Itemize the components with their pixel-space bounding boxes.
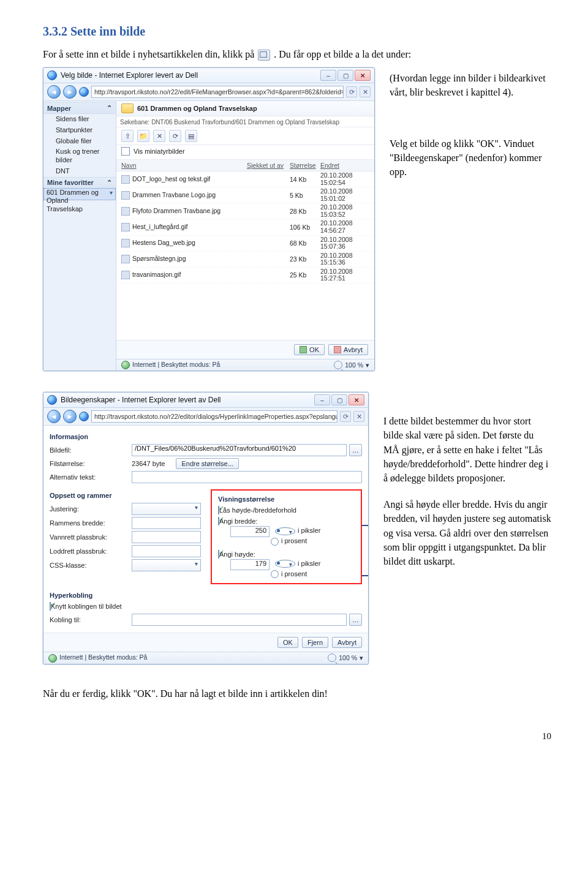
justify-select[interactable]: [132, 503, 201, 515]
closing-text: Når du er ferdig, klikk "OK". Du har nå …: [43, 687, 551, 701]
css-class-select[interactable]: [132, 559, 201, 571]
close-button[interactable]: ✕: [349, 394, 364, 405]
folder-title: 601 Drammen og Opland Travselskap: [137, 105, 257, 112]
sidebar-item[interactable]: Startpunkter: [43, 125, 116, 136]
back-button[interactable]: ◄: [47, 410, 61, 423]
file-icon: [121, 255, 130, 263]
file-path-field[interactable]: /DNT_Files/06%20Buskerud%20Travforbund/6…: [132, 444, 347, 456]
sidebar-item-selected[interactable]: 601 Drammen og Opland Travselskap: [43, 188, 116, 200]
file-row[interactable]: Drammen Travbane Logo.jpg5 Kb20.10.20081…: [116, 187, 374, 203]
folder-sidebar: Mapper ⌃ Sidens filer Startpunkter Globa…: [43, 101, 116, 371]
file-icon: [121, 191, 130, 200]
refresh-icon[interactable]: ⟳: [169, 130, 181, 142]
search-path: Søkebane: DNT/06 Buskerud Travforbund/60…: [116, 116, 374, 127]
side-note-2: Velg et bilde og klikk "OK". Vinduet "Bi…: [390, 137, 551, 179]
close-button[interactable]: ✕: [355, 70, 371, 81]
sidebar-item[interactable]: Globale filer: [43, 136, 116, 147]
file-row[interactable]: Hestens Dag_web.jpg68 Kb20.10.200815:07:…: [116, 236, 374, 252]
radio-pct-h[interactable]: [271, 570, 279, 578]
minimize-button[interactable]: –: [320, 70, 336, 81]
intro-text-pre: For å sette inn et bilde i nyhetsartikke…: [43, 49, 257, 59]
checkbox-width[interactable]: [218, 517, 219, 525]
label-css: CSS-klasse:: [50, 562, 129, 569]
file-row[interactable]: Spørsmålstegn.jpg23 Kb20.10.200815:15:36: [116, 252, 374, 268]
title-bar: Velg bilde - Internet Explorer levert av…: [43, 68, 374, 83]
file-icon: [121, 207, 130, 216]
target-field[interactable]: [132, 614, 347, 626]
status-bar: Internett | Beskyttet modus: På 100 % ▾: [43, 652, 368, 663]
radio-px-h[interactable]: [275, 560, 295, 568]
sidebar-section-favorites[interactable]: Mine favoritter ⌃: [43, 177, 116, 189]
address-bar: ◄ ► http://travsport.rikstoto.no/r22/edi…: [43, 408, 368, 426]
alt-text-field[interactable]: [132, 471, 362, 483]
cancel-button[interactable]: Avbryt: [328, 344, 368, 355]
thumbnail-toggle[interactable]: Vis miniatyrbilder: [116, 145, 374, 160]
favicon-icon: [79, 412, 89, 421]
checkbox-lock-ratio[interactable]: [218, 506, 219, 514]
globe-icon: [48, 654, 57, 663]
ie-logo-icon: [47, 395, 57, 405]
height-field[interactable]: 179: [230, 559, 270, 570]
maximize-button[interactable]: ▢: [337, 70, 353, 81]
label-vspace: Loddrett plassbruk:: [50, 547, 129, 555]
address-bar: ◄ ► http://travsport.rikstoto.no/r22/edi…: [43, 83, 374, 101]
sidebar-item[interactable]: Sidens filer: [43, 114, 116, 125]
globe-icon: [121, 361, 130, 369]
file-icon: [121, 239, 130, 247]
stop-button[interactable]: ✕: [360, 86, 371, 97]
radio-px-w[interactable]: [275, 527, 295, 535]
sidebar-item[interactable]: Kusk og trener bilder: [43, 146, 116, 166]
minimize-button[interactable]: –: [314, 394, 330, 405]
file-row[interactable]: DOT_logo_hest og tekst.gif14 Kb20.10.200…: [116, 171, 374, 187]
file-list: DOT_logo_hest og tekst.gif14 Kb20.10.200…: [116, 171, 374, 284]
file-row[interactable]: travanimasjon.gif25 Kb20.10.200815:27:51: [116, 268, 374, 284]
stop-button[interactable]: ✕: [353, 411, 364, 422]
forward-button[interactable]: ►: [63, 410, 77, 423]
ie-logo-icon: [47, 70, 57, 80]
ok-button[interactable]: OK: [294, 344, 325, 355]
group-display-size: Visningsstørrelse: [218, 495, 355, 503]
refresh-button[interactable]: ⟳: [340, 411, 351, 422]
refresh-button[interactable]: ⟳: [346, 86, 357, 97]
new-folder-icon[interactable]: 📁: [137, 130, 149, 142]
file-manager-dialog: Velg bilde - Internet Explorer levert av…: [43, 67, 375, 371]
side-text-2b: Angi så høyde eller bredde. Hvis du angi…: [383, 497, 551, 568]
upload-icon[interactable]: ⇧: [121, 130, 134, 142]
file-icon: [121, 271, 130, 279]
hspace-field[interactable]: [132, 531, 201, 543]
group-hyperlink: Hyperkobling: [50, 592, 362, 599]
status-bar: Internett | Beskyttet modus: På 100 % ▾: [116, 359, 374, 371]
back-button[interactable]: ◄: [47, 85, 61, 99]
url-field[interactable]: http://travsport.rikstoto.no/r22/editor/…: [91, 410, 337, 423]
zoom-icon: [334, 361, 342, 369]
sidebar-item[interactable]: DNT: [43, 166, 116, 177]
file-icon: [121, 223, 130, 231]
title-bar: Bildeegenskaper - Internet Explorer leve…: [43, 393, 368, 408]
label-hspace: Vannrett plassbruk:: [50, 533, 129, 541]
ok-button[interactable]: OK: [277, 637, 298, 648]
clear-button[interactable]: Fjern: [302, 637, 328, 648]
checkbox-link-image[interactable]: [50, 602, 51, 611]
maximize-button[interactable]: ▢: [331, 394, 347, 405]
forward-button[interactable]: ►: [63, 85, 77, 99]
file-row[interactable]: Flyfoto Drammen Travbane.jpg28 Kb20.10.2…: [116, 203, 374, 219]
view-icon[interactable]: ▤: [185, 130, 197, 142]
browse-target-button[interactable]: …: [349, 614, 362, 626]
cancel-button[interactable]: Avbryt: [332, 637, 362, 648]
delete-icon[interactable]: ✕: [153, 130, 165, 142]
sidebar-section-folders[interactable]: Mapper ⌃: [43, 102, 116, 114]
border-field[interactable]: [132, 517, 201, 529]
file-row[interactable]: Hest_i_luftegård.gif106 Kb20.10.200814:5…: [116, 219, 374, 235]
section-heading: 3.3.2 Sette inn bilde: [43, 24, 551, 39]
vspace-field[interactable]: [132, 545, 201, 557]
collapse-icon: ⌃: [107, 179, 112, 187]
width-field[interactable]: 250: [230, 526, 270, 537]
browse-button[interactable]: …: [349, 444, 362, 456]
checkbox-thumbnails[interactable]: [121, 147, 130, 156]
resize-button[interactable]: Endre størrelse...: [176, 458, 238, 469]
radio-pct-w[interactable]: [271, 538, 279, 546]
checkbox-height[interactable]: [218, 550, 219, 559]
url-field[interactable]: http://travsport.rikstoto.no/r22/edit/Fi…: [91, 86, 344, 98]
filesize-value: 23647 byte: [132, 460, 165, 467]
label-alt: Alternativ tekst:: [50, 473, 129, 481]
